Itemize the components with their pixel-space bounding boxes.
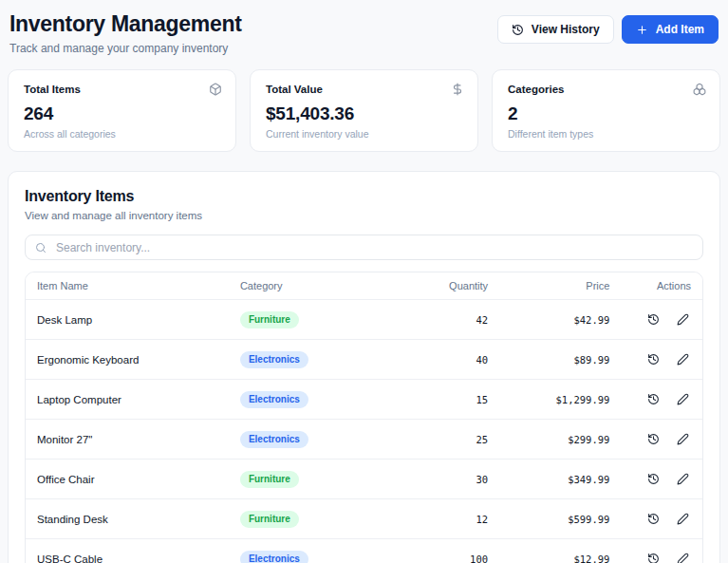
pencil-icon (677, 513, 689, 525)
item-price: $12.99 (499, 539, 621, 563)
stat-value: 264 (24, 103, 220, 124)
item-name: Standing Desk (26, 499, 229, 539)
view-history-label: View History (532, 23, 600, 36)
stat-description: Across all categories (24, 128, 220, 140)
stat-card: Total Value $51,403.36 Current inventory… (250, 69, 478, 152)
category-badge: Electronics (240, 351, 308, 368)
history-icon (647, 393, 660, 405)
item-price: $299.99 (499, 420, 621, 460)
category-badge: Furniture (240, 471, 299, 488)
stat-card: Total Items 264 Across all categories (8, 69, 236, 152)
inventory-section-title: Inventory Items (25, 188, 703, 205)
inventory-section-subtitle: View and manage all inventory items (25, 210, 703, 221)
inventory-table-container: Item Name Category Quantity Price Action… (25, 272, 703, 563)
row-history-button[interactable] (645, 311, 662, 328)
row-history-button[interactable] (645, 551, 662, 563)
item-quantity: 42 (411, 300, 499, 340)
inventory-table-body: Desk Lamp Furniture 42 $42.99 Ergon (26, 300, 702, 563)
row-history-button[interactable] (645, 471, 662, 487)
stat-label: Categories (508, 84, 704, 95)
item-price: $89.99 (499, 340, 621, 380)
history-icon (647, 313, 660, 326)
item-quantity: 40 (411, 340, 499, 380)
history-icon (647, 553, 660, 563)
package-icon (209, 83, 222, 96)
page-heading-group: Inventory Management Track and manage yo… (9, 11, 242, 55)
row-edit-button[interactable] (675, 311, 691, 328)
item-name: Office Chair (26, 460, 229, 499)
history-icon (647, 433, 660, 445)
view-history-button[interactable]: View History (497, 15, 614, 44)
search-input[interactable] (54, 240, 693, 255)
history-icon (647, 353, 660, 366)
item-quantity: 12 (411, 499, 499, 539)
history-icon (512, 24, 524, 36)
row-history-button[interactable] (645, 431, 662, 447)
page-header: Inventory Management Track and manage yo… (8, 9, 720, 55)
table-row: Ergonomic Keyboard Electronics 40 $89.99 (26, 340, 702, 380)
item-name: Desk Lamp (26, 300, 229, 340)
column-header-category: Category (229, 272, 412, 300)
item-price: $1,299.99 (499, 380, 621, 420)
row-actions (632, 340, 691, 379)
table-row: USB-C Cable Electronics 100 $12.99 (26, 539, 702, 563)
pencil-icon (677, 473, 689, 485)
plus-icon (636, 24, 648, 36)
column-header-actions: Actions (621, 272, 702, 300)
page-title: Inventory Management (9, 11, 242, 37)
row-actions (632, 300, 691, 339)
item-quantity: 25 (411, 420, 499, 460)
add-item-button[interactable]: Add Item (622, 15, 719, 44)
add-item-label: Add Item (656, 23, 704, 36)
table-row: Office Chair Furniture 30 $349.99 (26, 460, 702, 499)
row-history-button[interactable] (645, 511, 662, 527)
stat-value: 2 (508, 103, 704, 124)
row-history-button[interactable] (645, 391, 662, 407)
column-header-item-name: Item Name (26, 272, 229, 300)
pencil-icon (677, 393, 689, 405)
dollar-icon (451, 83, 464, 96)
row-edit-button[interactable] (675, 471, 691, 487)
table-row: Desk Lamp Furniture 42 $42.99 (26, 300, 702, 340)
pencil-icon (677, 433, 689, 445)
item-name: Monitor 27" (26, 420, 229, 460)
inventory-table: Item Name Category Quantity Price Action… (26, 272, 702, 563)
row-edit-button[interactable] (675, 511, 691, 527)
row-actions (632, 460, 691, 498)
item-quantity: 15 (411, 380, 499, 420)
row-actions (632, 499, 691, 538)
row-edit-button[interactable] (675, 391, 691, 407)
pencil-icon (677, 353, 689, 366)
row-edit-button[interactable] (675, 351, 691, 367)
boxes-icon (693, 83, 706, 96)
category-badge: Electronics (240, 551, 308, 563)
item-name: Laptop Computer (26, 380, 229, 420)
row-actions (632, 380, 691, 419)
search-icon (35, 242, 47, 253)
item-price: $599.99 (499, 499, 621, 539)
stat-description: Different item types (508, 128, 704, 140)
category-badge: Electronics (240, 391, 308, 408)
item-quantity: 30 (411, 460, 499, 499)
column-header-price: Price (499, 272, 621, 300)
item-name: Ergonomic Keyboard (26, 340, 229, 380)
header-actions: View History Add Item (497, 15, 719, 44)
history-icon (647, 473, 660, 485)
category-badge: Furniture (240, 311, 299, 328)
category-badge: Furniture (240, 511, 299, 528)
item-quantity: 100 (411, 539, 499, 563)
row-edit-button[interactable] (675, 551, 691, 563)
table-row: Laptop Computer Electronics 15 $1,299.99 (26, 380, 702, 420)
pencil-icon (677, 313, 689, 326)
row-history-button[interactable] (645, 351, 662, 367)
item-price: $42.99 (499, 300, 621, 340)
search-box[interactable] (25, 235, 703, 260)
row-actions (632, 420, 691, 459)
stat-card: Categories 2 Different item types (492, 69, 720, 152)
stat-label: Total Value (266, 84, 462, 95)
stat-label: Total Items (24, 84, 220, 95)
column-header-quantity: Quantity (411, 272, 499, 300)
stat-description: Current inventory value (266, 128, 462, 140)
item-price: $349.99 (499, 460, 621, 499)
row-edit-button[interactable] (675, 431, 691, 447)
